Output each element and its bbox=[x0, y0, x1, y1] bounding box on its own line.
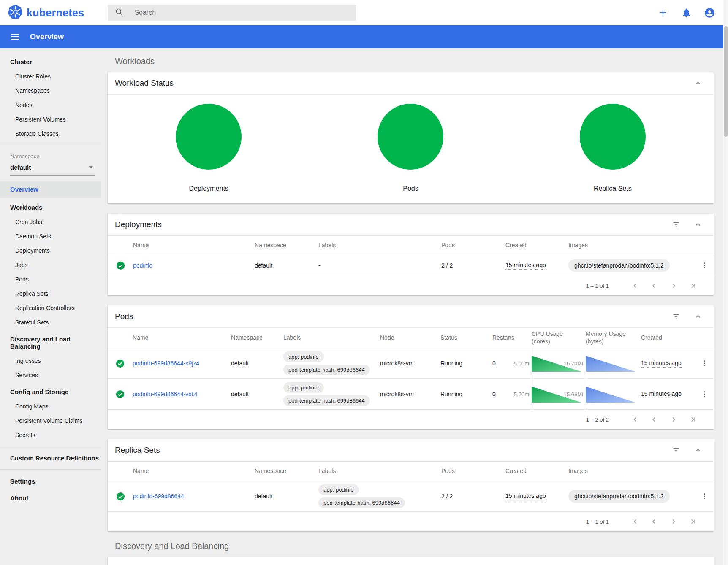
prev-page-icon[interactable] bbox=[649, 415, 659, 424]
scrollbar-thumb[interactable] bbox=[724, 26, 728, 137]
menu-hamburger-icon[interactable] bbox=[11, 34, 19, 40]
sidebar-item-about[interactable]: About bbox=[0, 490, 101, 506]
services-title: Services bbox=[115, 564, 670, 565]
sidebar-divider bbox=[0, 469, 101, 470]
column-header-images: Images bbox=[568, 242, 695, 249]
search-bar[interactable] bbox=[108, 5, 356, 21]
sidebar-item-cron-jobs[interactable]: Cron Jobs bbox=[0, 215, 101, 229]
collapse-up-icon[interactable] bbox=[692, 444, 704, 456]
deployment-image-chip: ghcr.io/stefanprodan/podinfo:5.1.2 bbox=[568, 259, 670, 272]
pod-namespace: default bbox=[231, 391, 283, 397]
sidebar-item-nodes[interactable]: Nodes bbox=[0, 98, 101, 112]
last-page-icon[interactable] bbox=[688, 415, 698, 424]
sidebar-item-custom-resource-definitions[interactable]: Custom Resource Definitions bbox=[0, 450, 101, 465]
first-page-icon[interactable] bbox=[630, 415, 639, 424]
next-page-icon[interactable] bbox=[669, 415, 678, 424]
next-page-icon[interactable] bbox=[669, 517, 678, 526]
page-scrollbar[interactable] bbox=[723, 0, 728, 565]
sidebar-item-overview[interactable]: Overview bbox=[0, 181, 101, 198]
sidebar-item-secrets[interactable]: Secrets bbox=[0, 428, 101, 442]
column-header-pods: Pods bbox=[441, 242, 505, 249]
first-page-icon[interactable] bbox=[630, 517, 639, 526]
column-header-labels: Labels bbox=[318, 468, 441, 475]
notifications-bell-icon[interactable] bbox=[680, 7, 692, 19]
check-circle-icon bbox=[108, 359, 133, 368]
sidebar-item-daemon-sets[interactable]: Daemon Sets bbox=[0, 229, 101, 243]
last-page-icon[interactable] bbox=[688, 517, 698, 526]
search-input[interactable] bbox=[134, 9, 349, 16]
prev-page-icon[interactable] bbox=[649, 281, 659, 290]
workload-status-card: Workload Status Deployments Pods bbox=[108, 72, 714, 203]
collapse-up-icon[interactable] bbox=[692, 77, 704, 89]
table-row: podinfo-699d86644-s9jz4 default app: pod… bbox=[108, 348, 714, 379]
filter-list-icon[interactable] bbox=[670, 219, 682, 230]
column-header-restarts: Restarts bbox=[492, 334, 532, 342]
sidebar-item-config-maps[interactable]: Config Maps bbox=[0, 399, 101, 414]
prev-page-icon[interactable] bbox=[649, 517, 659, 526]
brand-name: kubernetes bbox=[27, 7, 84, 19]
deployment-name-link[interactable]: podinfo bbox=[133, 262, 152, 269]
pod-created: 15 minutes ago bbox=[641, 390, 682, 398]
pod-name-link[interactable]: podinfo-699d86644-vxfzl bbox=[133, 391, 197, 397]
namespace-select[interactable]: default bbox=[10, 161, 95, 176]
collapse-up-icon[interactable] bbox=[692, 562, 704, 565]
kebab-menu-icon[interactable] bbox=[695, 359, 714, 368]
column-header-name: Name bbox=[133, 334, 231, 342]
label-chip: app: podinfo bbox=[283, 351, 324, 362]
pod-status: Running bbox=[440, 360, 492, 367]
deployments-pie-circle bbox=[176, 104, 242, 170]
column-header-namespace: Namespace bbox=[255, 242, 318, 249]
sidebar-item-pods[interactable]: Pods bbox=[0, 272, 101, 287]
sidebar-item-storage-classes[interactable]: Storage Classes bbox=[0, 127, 101, 141]
replica-sets-title: Replica Sets bbox=[115, 446, 670, 455]
sidebar-item-settings[interactable]: Settings bbox=[0, 473, 101, 489]
sidebar-item-stateful-sets[interactable]: Stateful Sets bbox=[0, 315, 101, 330]
sidebar-item-cluster-roles[interactable]: Cluster Roles bbox=[0, 69, 101, 84]
column-header-created: Created bbox=[505, 468, 568, 475]
next-page-icon[interactable] bbox=[669, 281, 678, 290]
kebab-menu-icon[interactable] bbox=[695, 390, 714, 398]
filter-list-icon[interactable] bbox=[670, 311, 682, 322]
create-resource-button[interactable] bbox=[657, 7, 669, 19]
replica-set-image-chip: ghcr.io/stefanprodan/podinfo:5.1.2 bbox=[568, 490, 670, 503]
kebab-menu-icon[interactable] bbox=[695, 261, 714, 270]
pod-name-link[interactable]: podinfo-699d86644-s9jz4 bbox=[133, 360, 199, 367]
check-circle-icon bbox=[108, 492, 133, 501]
filter-list-icon[interactable] bbox=[670, 562, 682, 565]
collapse-up-icon[interactable] bbox=[692, 311, 704, 322]
column-header-created: Created bbox=[505, 242, 568, 249]
sidebar-item-replica-sets[interactable]: Replica Sets bbox=[0, 287, 101, 301]
column-header-status: Status bbox=[440, 334, 492, 342]
replica-set-name-link[interactable]: podinfo-699d86644 bbox=[133, 493, 184, 500]
deployments-title: Deployments bbox=[115, 220, 670, 229]
sidebar-item-namespaces[interactable]: Namespaces bbox=[0, 84, 101, 98]
collapse-up-icon[interactable] bbox=[692, 219, 704, 230]
pod-namespace: default bbox=[231, 360, 283, 367]
chevron-down-icon bbox=[89, 166, 93, 168]
pod-status: Running bbox=[440, 391, 492, 397]
sidebar-item-deployments[interactable]: Deployments bbox=[0, 243, 101, 258]
column-header-labels: Labels bbox=[283, 334, 380, 342]
sidebar-item-services[interactable]: Services bbox=[0, 368, 101, 382]
pod-node: microk8s-vm bbox=[380, 391, 440, 397]
sidebar-item-replication-controllers[interactable]: Replication Controllers bbox=[0, 301, 101, 315]
column-header-pods: Pods bbox=[441, 468, 505, 475]
cpu-usage-value: 5.00m bbox=[514, 391, 529, 397]
sidebar-item-jobs[interactable]: Jobs bbox=[0, 258, 101, 272]
kebab-menu-icon[interactable] bbox=[695, 492, 714, 500]
sidebar-divider bbox=[0, 446, 101, 446]
sidebar-item-ingresses[interactable]: Ingresses bbox=[0, 354, 101, 368]
filter-list-icon[interactable] bbox=[670, 444, 682, 456]
account-circle-icon[interactable] bbox=[704, 7, 715, 19]
label-chip: app: podinfo bbox=[318, 484, 359, 495]
deployment-namespace: default bbox=[255, 262, 318, 269]
pods-pagination: 1 – 2 of 2 bbox=[108, 410, 714, 429]
sidebar: Cluster Cluster Roles Namespaces Nodes P… bbox=[0, 48, 101, 565]
first-page-icon[interactable] bbox=[630, 281, 639, 290]
kubernetes-home-link[interactable]: kubernetes bbox=[8, 4, 84, 21]
deployments-card: Deployments Name Namespace Labels bbox=[108, 214, 714, 295]
last-page-icon[interactable] bbox=[688, 281, 698, 290]
replica-sets-pie-chart: Replica Sets bbox=[512, 104, 714, 192]
sidebar-item-persistent-volumes[interactable]: Persistent Volumes bbox=[0, 112, 101, 127]
sidebar-item-persistent-volume-claims[interactable]: Persistent Volume Claims bbox=[0, 414, 101, 428]
